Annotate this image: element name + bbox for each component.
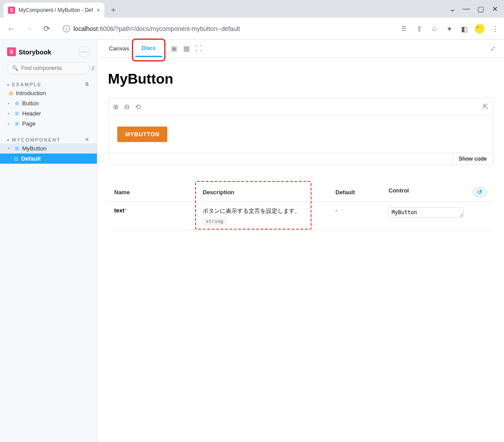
sidebar-item-introduction[interactable]: ▤ Introduction — [0, 88, 97, 98]
sidebar-header: S Storybook ⋯ — [0, 40, 97, 62]
sidebar-menu-button[interactable]: ⋯ — [78, 46, 90, 58]
bookmark-icon: ◻ — [13, 156, 19, 161]
sidebar-item-page[interactable]: ▸ ⊞ Page — [0, 119, 97, 129]
sidebar: S Storybook ⋯ 🔍 / ▾EXAMPLE ⇅ ▤ Introduct… — [0, 40, 97, 442]
resize-handle[interactable] — [108, 176, 493, 183]
image-icon[interactable]: ▣ — [168, 40, 180, 57]
window-controls: ⌄ — ▢ ✕ — [443, 0, 504, 18]
sidebar-item-header[interactable]: ▸ ⊞ Header — [0, 108, 97, 119]
new-tab-button[interactable]: + — [107, 4, 119, 16]
arg-row-text: text* ボタンに表示する文言を設定します。 string - — [108, 202, 493, 231]
arg-control — [382, 202, 493, 231]
forward-button[interactable]: → — [22, 22, 35, 35]
chevron-down-icon[interactable]: ⌄ — [449, 6, 455, 12]
share-icon[interactable]: ⇪ — [415, 24, 423, 33]
sidebar-item-button[interactable]: ▸ ⊞ Button — [0, 98, 97, 108]
col-default: Default — [329, 183, 382, 202]
back-button[interactable]: ← — [4, 22, 18, 35]
tab-title: MyComponent / MyButton - Def — [19, 7, 93, 13]
search-input[interactable] — [21, 65, 88, 71]
preview-footer: Show code — [108, 153, 493, 165]
section-example[interactable]: ▾EXAMPLE ⇅ — [0, 79, 97, 88]
open-icon[interactable]: ⇱ — [483, 103, 489, 111]
address-bar[interactable]: i localhost:6006/?path=/docs/mycomponent… — [58, 22, 395, 36]
star-icon[interactable]: ☆ — [430, 24, 439, 33]
grid-icon[interactable]: ▦ — [180, 40, 192, 57]
document-icon: ▤ — [8, 91, 13, 96]
sidebar-tree: ▾EXAMPLE ⇅ ▤ Introduction ▸ ⊞ Button ▸ ⊞… — [0, 79, 97, 442]
col-control: Control ↺ — [382, 183, 493, 202]
preview-body: MYBUTTON — [108, 116, 493, 153]
zoom-reset-icon[interactable]: ⟲ — [135, 103, 141, 111]
args-table-wrap: Name Description Default Control ↺ — [108, 183, 493, 231]
component-icon: ⊞ — [14, 146, 19, 151]
extensions-icon[interactable]: ✦ — [445, 24, 454, 33]
expand-icon[interactable]: ⇅ — [85, 81, 90, 87]
storybook-favicon: S — [8, 7, 15, 14]
storybook-logo[interactable]: S Storybook — [7, 47, 51, 56]
reload-button[interactable]: ⟳ — [40, 22, 53, 35]
tab-docs[interactable]: Docs — [135, 40, 162, 57]
caret-icon: ▾ — [8, 146, 12, 150]
kebab-menu-icon[interactable]: ⋮ — [491, 24, 500, 33]
col-description: Description — [196, 183, 329, 202]
caret-icon: ▸ — [8, 101, 12, 105]
tab-strip: S MyComponent / MyButton - Def × + ⌄ — ▢… — [0, 0, 504, 18]
caret-icon: ▸ — [8, 122, 12, 126]
browser-tab[interactable]: S MyComponent / MyButton - Def × — [4, 3, 104, 18]
component-icon: ⊞ — [14, 121, 19, 127]
profile-avatar[interactable] — [475, 24, 485, 34]
reset-controls-button[interactable]: ↺ — [472, 187, 487, 197]
main-panel: Canvas Docs ▣ ▦ ⛶ ⤢ MyButton ⊕ ⊖ ⟲ ⇱ — [97, 40, 504, 442]
url-host: localhost:6006/?path=/docs/mycomponent-m… — [73, 25, 240, 32]
component-icon: ⊞ — [14, 111, 19, 116]
sidepanel-icon[interactable]: ◧ — [460, 24, 469, 33]
args-table: Name Description Default Control ↺ — [108, 183, 493, 231]
info-icon[interactable]: i — [63, 25, 70, 32]
arg-name: text* — [108, 202, 196, 231]
close-window-icon[interactable]: ✕ — [492, 6, 498, 12]
page-title: MyButton — [108, 71, 493, 87]
mybutton-preview[interactable]: MYBUTTON — [117, 127, 167, 142]
control-text-input[interactable] — [389, 207, 464, 218]
expand-icon[interactable]: ⛶ — [192, 40, 205, 57]
search-container: 🔍 / — [0, 62, 97, 79]
minimize-icon[interactable]: — — [463, 6, 469, 12]
col-name: Name — [108, 183, 196, 202]
main-toolbar: Canvas Docs ▣ ▦ ⛶ ⤢ — [97, 40, 504, 58]
fullscreen-icon[interactable]: ⤢ — [486, 44, 499, 53]
sidebar-item-mybutton[interactable]: ▾ ⊞ MyButton — [0, 143, 97, 154]
story-preview: ⊕ ⊖ ⟲ ⇱ MYBUTTON Show code — [108, 98, 493, 165]
brand-name: Storybook — [19, 48, 51, 56]
translate-icon[interactable]: ⠿ — [400, 24, 408, 33]
zoom-out-icon[interactable]: ⊖ — [124, 103, 130, 111]
storybook-app: S Storybook ⋯ 🔍 / ▾EXAMPLE ⇅ ▤ Introduct… — [0, 40, 504, 442]
section-mycomponent[interactable]: ▾MYCOMPONENT ✕ — [0, 134, 97, 143]
storybook-logo-icon: S — [7, 47, 16, 56]
browser-chrome: S MyComponent / MyButton - Def × + ⌄ — ▢… — [0, 0, 504, 40]
zoom-in-icon[interactable]: ⊕ — [113, 103, 119, 111]
separator — [165, 43, 165, 54]
show-code-button[interactable]: Show code — [452, 153, 493, 165]
search-shortcut: / — [90, 65, 96, 71]
search-icon: 🔍 — [12, 65, 19, 71]
caret-icon: ▸ — [8, 111, 12, 115]
search-input-wrap[interactable]: 🔍 / — [7, 62, 90, 74]
arg-default: - — [329, 202, 382, 231]
preview-toolbar: ⊕ ⊖ ⟲ ⇱ — [108, 98, 493, 116]
toolbar-icons: ⠿ ⇪ ☆ ✦ ◧ ⋮ — [400, 24, 500, 34]
close-tab-icon[interactable]: × — [96, 7, 100, 14]
tab-canvas[interactable]: Canvas — [103, 40, 135, 57]
docs-content: MyButton ⊕ ⊖ ⟲ ⇱ MYBUTTON Show code — [97, 58, 504, 442]
close-section-icon[interactable]: ✕ — [85, 137, 90, 142]
type-tag: string — [203, 218, 227, 225]
address-bar-row: ← → ⟳ i localhost:6006/?path=/docs/mycom… — [0, 18, 504, 40]
maximize-icon[interactable]: ▢ — [477, 6, 484, 12]
component-icon: ⊞ — [14, 101, 19, 106]
arg-description: ボタンに表示する文言を設定します。 string — [196, 202, 329, 231]
sidebar-item-default[interactable]: ◻ Default — [0, 154, 97, 164]
